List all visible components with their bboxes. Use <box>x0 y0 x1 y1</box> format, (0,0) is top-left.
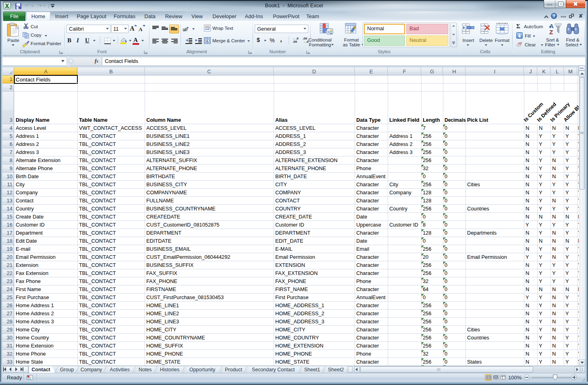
svg-text:Z: Z <box>549 29 553 35</box>
svg-text:≤: ≤ <box>328 29 330 34</box>
svg-text:a: a <box>206 39 208 42</box>
